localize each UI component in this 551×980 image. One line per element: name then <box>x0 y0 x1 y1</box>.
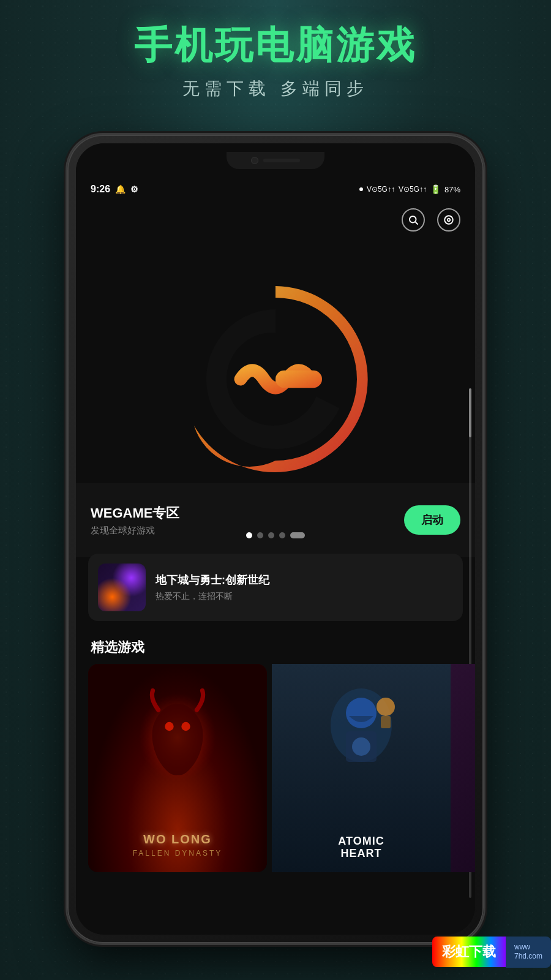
atomic-heart-card[interactable]: ATOMICHEART <box>272 664 451 872</box>
games-section-title: 精选游戏 <box>91 638 144 657</box>
network-label: V⊙5G↑↑ <box>367 185 395 194</box>
phone-wrapper: 9:26 🔔 ⚙ V⊙5G↑↑ V⊙5G↑↑ 🔋 87% <box>67 135 484 943</box>
atomic-title: ATOMICHEART <box>338 835 384 860</box>
search-button[interactable] <box>402 208 425 232</box>
svg-point-12 <box>352 737 370 756</box>
svg-rect-4 <box>276 371 322 388</box>
header-icons <box>402 208 460 232</box>
battery-pct: 87% <box>444 185 460 194</box>
svg-point-6 <box>165 722 173 731</box>
wolong-creature-art <box>129 682 227 793</box>
power-button <box>484 257 487 306</box>
watermark-url-text: www <box>514 943 542 952</box>
atomic-art <box>315 670 407 780</box>
camera-bump <box>227 152 324 169</box>
svg-line-1 <box>416 222 418 225</box>
dot-5 <box>290 532 305 538</box>
watermark: 彩虹下载 www 7hd.com <box>432 937 551 968</box>
banner-text: WEGAME专区 发现全球好游戏 <box>91 504 404 537</box>
wolong-card[interactable]: WO LONG FALLEN DYNASTY <box>88 664 267 872</box>
status-left: 9:26 🔔 ⚙ <box>91 184 138 195</box>
svg-point-13 <box>377 698 395 716</box>
svg-rect-14 <box>381 716 391 728</box>
phone-screen: 9:26 🔔 ⚙ V⊙5G↑↑ V⊙5G↑↑ 🔋 87% <box>76 143 475 935</box>
main-title: 手机玩电脑游戏 <box>0 24 551 66</box>
dot-2 <box>257 532 263 538</box>
svg-point-7 <box>181 722 190 731</box>
dots-indicator <box>76 532 475 538</box>
status-right: V⊙5G↑↑ V⊙5G↑↑ 🔋 87% <box>359 184 460 194</box>
wolong-title: WO LONG <box>133 832 223 846</box>
svg-point-2 <box>444 216 453 224</box>
banner-title: WEGAME专区 <box>91 504 404 522</box>
banner-info: WEGAME专区 发现全球好游戏 启动 <box>76 483 475 557</box>
watermark-url: www 7hd.com <box>506 937 551 968</box>
status-icon2: ⚙ <box>130 184 138 194</box>
header-section: 手机玩电脑游戏 无需下载 多端同步 <box>0 0 551 100</box>
game-description: 热爱不止，连招不断 <box>156 591 453 602</box>
launch-button[interactable]: 启动 <box>404 505 460 535</box>
network-label2: V⊙5G↑↑ <box>399 185 427 194</box>
speaker-bar <box>263 159 300 162</box>
svg-point-3 <box>448 219 451 222</box>
third-card-partial <box>451 664 475 872</box>
dot-4 <box>279 532 285 538</box>
game-cards-row: WO LONG FALLEN DYNASTY <box>76 664 475 872</box>
dot-1 <box>246 532 252 538</box>
game-name: 地下城与勇士:创新世纪 <box>156 573 453 587</box>
svg-point-0 <box>410 216 416 223</box>
wolong-bg: WO LONG FALLEN DYNASTY <box>88 664 267 872</box>
scroll-thumb <box>469 388 471 437</box>
camera-area <box>76 143 475 177</box>
status-icon1: 🔔 <box>115 184 126 194</box>
atomic-text: ATOMICHEART <box>338 835 384 860</box>
app-header <box>76 202 475 238</box>
time: 9:26 <box>91 184 110 195</box>
dnf-thumbnail <box>98 564 146 611</box>
atomic-bg: ATOMICHEART <box>272 664 451 872</box>
banner-area: WEGAME专区 发现全球好游戏 启动 <box>76 202 475 557</box>
message-button[interactable] <box>437 208 460 232</box>
game-info: 地下城与勇士:创新世纪 热爱不止，连招不断 <box>156 573 453 602</box>
wolong-subtitle: FALLEN DYNASTY <box>133 849 223 858</box>
status-bar: 9:26 🔔 ⚙ V⊙5G↑↑ V⊙5G↑↑ 🔋 87% <box>76 177 475 202</box>
sub-title: 无需下载 多端同步 <box>0 77 551 100</box>
rainbow-text: 彩虹下载 <box>432 937 506 967</box>
dnf-art <box>98 564 146 611</box>
svg-point-10 <box>346 698 377 728</box>
watermark-domain: 7hd.com <box>514 952 542 962</box>
battery-icon: 🔋 <box>430 184 441 194</box>
camera-dot <box>251 157 258 164</box>
featured-game-card[interactable]: 地下城与勇士:创新世纪 热爱不止，连招不断 <box>88 554 463 621</box>
wolong-text: WO LONG FALLEN DYNASTY <box>133 832 223 858</box>
signal-dot <box>359 187 363 191</box>
dot-3 <box>268 532 274 538</box>
wegame-logo <box>159 263 392 496</box>
